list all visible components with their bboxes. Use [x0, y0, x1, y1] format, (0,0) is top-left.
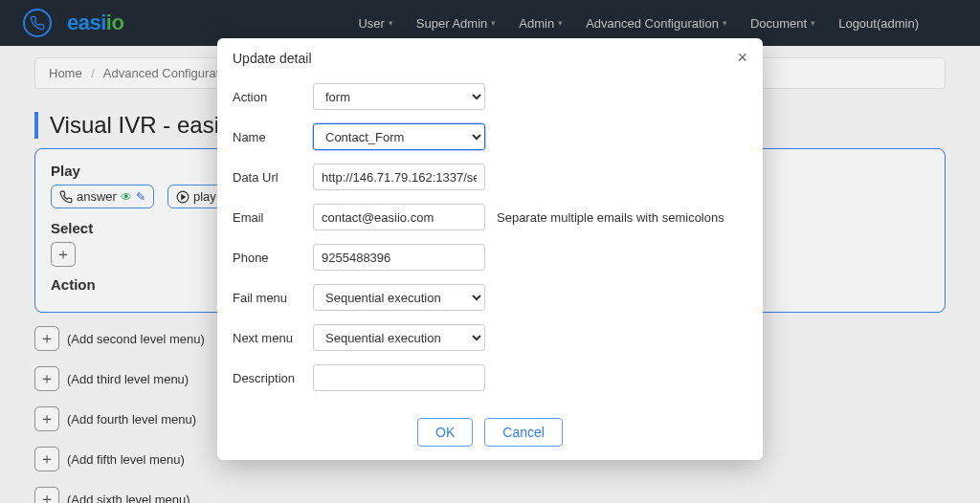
close-icon[interactable]: ×: [737, 48, 747, 68]
cancel-button[interactable]: Cancel: [484, 418, 563, 447]
email-input[interactable]: [313, 204, 485, 230]
name-label: Name: [233, 130, 313, 144]
description-input[interactable]: [313, 364, 485, 391]
ok-button[interactable]: OK: [417, 418, 473, 447]
email-hint: Separate multiple emails with semicolons: [497, 210, 724, 225]
modal-header: Update detail ×: [217, 38, 763, 77]
next-menu-label: Next menu: [233, 331, 313, 345]
next-menu-select[interactable]: Sequential execution: [313, 324, 485, 351]
phone-input[interactable]: [313, 244, 485, 271]
data-url-input[interactable]: [313, 164, 485, 190]
action-select[interactable]: form: [313, 83, 485, 110]
update-detail-modal: Update detail × Action form Name Contact…: [217, 38, 763, 460]
fail-menu-label: Fail menu: [233, 291, 313, 305]
modal-body: Action form Name Contact_Form Data Url E…: [217, 77, 763, 408]
name-select[interactable]: Contact_Form: [313, 123, 485, 150]
data-url-label: Data Url: [233, 170, 313, 185]
email-label: Email: [233, 210, 313, 225]
modal-title: Update detail: [233, 51, 312, 66]
modal-footer: OK Cancel: [217, 418, 763, 447]
description-label: Description: [233, 371, 313, 385]
action-label: Action: [233, 90, 313, 104]
phone-label: Phone: [233, 251, 313, 265]
fail-menu-select[interactable]: Sequential execution: [313, 284, 485, 311]
